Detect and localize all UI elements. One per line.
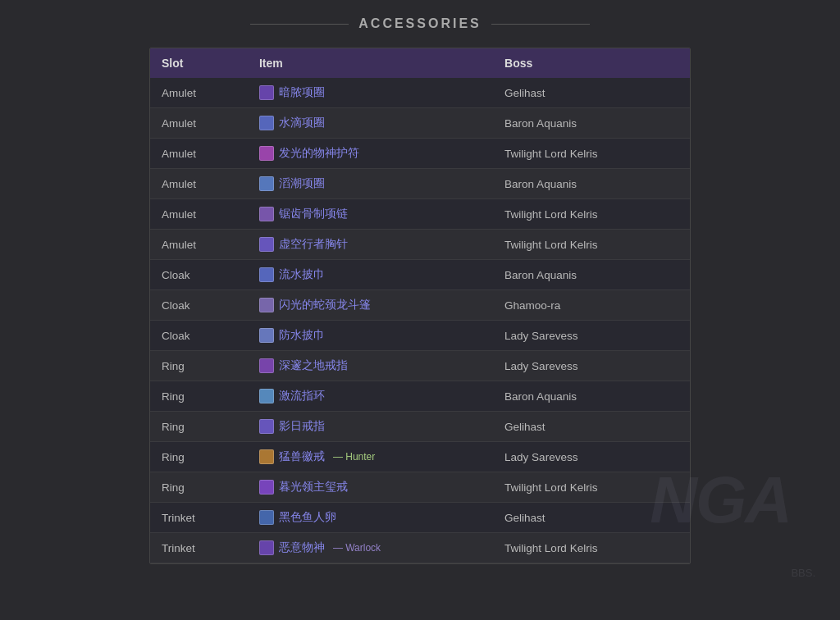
table-row: Trinket恶意物神— WarlockTwilight Lord Kelris — [150, 533, 690, 563]
table-row: Ring深邃之地戒指Lady Sarevess — [150, 351, 690, 381]
item-link[interactable]: 滔潮项圈 — [279, 176, 325, 191]
item-link[interactable]: 水滴项圈 — [279, 116, 325, 130]
cell-slot: Amulet — [150, 139, 248, 169]
cell-item: 猛兽徽戒— Hunter — [248, 442, 493, 472]
table-row: Amulet暗脓项圈Gelihast — [150, 78, 690, 108]
cell-slot: Amulet — [150, 108, 248, 139]
item-icon — [259, 237, 274, 252]
cell-slot: Cloak — [150, 290, 248, 321]
cell-slot: Ring — [150, 351, 248, 381]
accessories-table-container: Slot Item Boss Amulet暗脓项圈GelihastAmulet水… — [149, 48, 691, 564]
cell-item: 影日戒指 — [248, 412, 493, 442]
item-icon — [259, 419, 274, 434]
cell-slot: Cloak — [150, 321, 248, 351]
cell-item: 防水披巾 — [248, 321, 493, 351]
item-icon — [259, 328, 274, 343]
cell-boss: Twilight Lord Kelris — [493, 199, 690, 230]
cell-slot: Amulet — [150, 199, 248, 230]
table-row: Cloak防水披巾Lady Sarevess — [150, 321, 690, 351]
item-link[interactable]: 锯齿骨制项链 — [279, 207, 348, 221]
item-icon — [259, 480, 274, 495]
item-link[interactable]: 闪光的蛇颈龙斗篷 — [279, 298, 371, 312]
item-link[interactable]: 黑色鱼人卵 — [279, 510, 336, 525]
table-row: Cloak闪光的蛇颈龙斗篷Ghamoo-ra — [150, 290, 690, 321]
table-row: Amulet发光的物神护符Twilight Lord Kelris — [150, 139, 690, 169]
cell-boss: Baron Aquanis — [493, 260, 690, 290]
cell-boss: Baron Aquanis — [493, 169, 690, 199]
cell-item: 暗脓项圈 — [248, 78, 493, 108]
item-link[interactable]: 恶意物神 — [279, 540, 325, 555]
item-link[interactable]: 深邃之地戒指 — [279, 358, 348, 373]
cell-boss: Lady Sarevess — [493, 321, 690, 351]
page-title: ACCESSORIES — [0, 16, 840, 31]
cell-item: 水滴项圈 — [248, 108, 493, 139]
table-row: Amulet水滴项圈Baron Aquanis — [150, 108, 690, 139]
cell-slot: Amulet — [150, 230, 248, 260]
cell-boss: Twilight Lord Kelris — [493, 139, 690, 169]
item-link[interactable]: 流水披巾 — [279, 267, 325, 282]
cell-boss: Twilight Lord Kelris — [493, 472, 690, 503]
cell-item: 激流指环 — [248, 381, 493, 412]
cell-item: 闪光的蛇颈龙斗篷 — [248, 290, 493, 321]
table-row: Ring影日戒指Gelihast — [150, 412, 690, 442]
col-header-item: Item — [248, 48, 493, 78]
item-icon — [259, 298, 274, 312]
table-row: Trinket黑色鱼人卵Gelihast — [150, 503, 690, 533]
watermark-bbs: BBS. — [791, 567, 815, 579]
item-icon — [259, 207, 274, 221]
table-row: Amulet锯齿骨制项链Twilight Lord Kelris — [150, 199, 690, 230]
table-row: Ring激流指环Baron Aquanis — [150, 381, 690, 412]
cell-boss: Twilight Lord Kelris — [493, 230, 690, 260]
item-icon — [259, 85, 274, 100]
item-link[interactable]: 防水披巾 — [279, 328, 325, 343]
cell-slot: Trinket — [150, 533, 248, 563]
cell-item: 虚空行者胸针 — [248, 230, 493, 260]
cell-slot: Ring — [150, 442, 248, 472]
cell-item: 恶意物神— Warlock — [248, 533, 493, 563]
cell-boss: Baron Aquanis — [493, 108, 690, 139]
cell-boss: Gelihast — [493, 412, 690, 442]
item-link[interactable]: 暗脓项圈 — [279, 85, 325, 100]
table-row: Amulet虚空行者胸针Twilight Lord Kelris — [150, 230, 690, 260]
item-link[interactable]: 激流指环 — [279, 389, 325, 403]
item-link[interactable]: 暮光领主玺戒 — [279, 480, 348, 495]
item-link[interactable]: 猛兽徽戒 — [279, 449, 325, 464]
item-icon — [259, 358, 274, 373]
cell-item: 暮光领主玺戒 — [248, 472, 493, 503]
cell-boss: Gelihast — [493, 78, 690, 108]
accessories-table: Slot Item Boss Amulet暗脓项圈GelihastAmulet水… — [150, 48, 690, 563]
cell-boss: Gelihast — [493, 503, 690, 533]
item-icon — [259, 510, 274, 525]
cell-item: 深邃之地戒指 — [248, 351, 493, 381]
item-icon — [259, 540, 274, 555]
class-tag: — Warlock — [333, 542, 381, 554]
cell-boss: Lady Sarevess — [493, 442, 690, 472]
item-link[interactable]: 影日戒指 — [279, 419, 325, 434]
item-icon — [259, 146, 274, 161]
table-row: Ring暮光领主玺戒Twilight Lord Kelris — [150, 472, 690, 503]
item-link[interactable]: 发光的物神护符 — [279, 146, 359, 161]
cell-slot: Trinket — [150, 503, 248, 533]
item-icon — [259, 389, 274, 403]
table-row: Cloak流水披巾Baron Aquanis — [150, 260, 690, 290]
cell-item: 发光的物神护符 — [248, 139, 493, 169]
table-row: Ring猛兽徽戒— HunterLady Sarevess — [150, 442, 690, 472]
item-link[interactable]: 虚空行者胸针 — [279, 237, 348, 252]
cell-slot: Cloak — [150, 260, 248, 290]
item-icon — [259, 449, 274, 464]
cell-boss: Twilight Lord Kelris — [493, 533, 690, 563]
cell-item: 锯齿骨制项链 — [248, 199, 493, 230]
cell-slot: Ring — [150, 412, 248, 442]
col-header-boss: Boss — [493, 48, 690, 78]
item-icon — [259, 176, 274, 191]
cell-boss: Ghamoo-ra — [493, 290, 690, 321]
item-icon — [259, 267, 274, 282]
cell-slot: Ring — [150, 472, 248, 503]
cell-item: 流水披巾 — [248, 260, 493, 290]
cell-item: 滔潮项圈 — [248, 169, 493, 199]
cell-slot: Ring — [150, 381, 248, 412]
item-icon — [259, 116, 274, 130]
cell-item: 黑色鱼人卵 — [248, 503, 493, 533]
col-header-slot: Slot — [150, 48, 248, 78]
table-header-row: Slot Item Boss — [150, 48, 690, 78]
